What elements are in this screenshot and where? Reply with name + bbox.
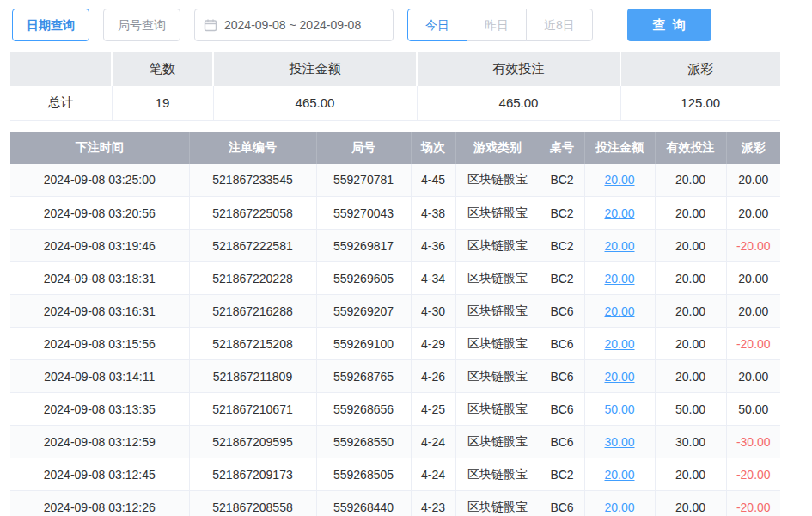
bet-time-cell: 2024-09-08 03:20:56 (10, 197, 189, 230)
bet-id-cell: 521867211809 (189, 360, 316, 393)
payout-cell: 20.00 (726, 295, 780, 328)
header-game-type: 游戏类别 (455, 132, 540, 164)
session-cell: 4-34 (411, 262, 455, 295)
game-type-cell: 区块链骰宝 (455, 197, 540, 230)
valid-bet-cell: 20.00 (655, 295, 726, 328)
bet-time-cell: 2024-09-08 03:19:46 (10, 230, 189, 262)
table-no-cell: BC6 (540, 328, 584, 360)
bet-time-cell: 2024-09-08 03:13:35 (10, 393, 189, 426)
bet-amount-cell: 20.00 (584, 458, 655, 491)
table-row: 2024-09-08 03:25:00521867233545559270781… (10, 164, 780, 197)
round-query-button[interactable]: 局号查询 (103, 9, 180, 41)
session-cell: 4-24 (411, 458, 455, 491)
bet-amount-cell: 20.00 (584, 491, 655, 516)
payout-cell: 20.00 (726, 262, 780, 295)
payout-cell: -20.00 (726, 491, 780, 516)
last8days-button[interactable]: 近8日 (526, 9, 593, 41)
valid-bet-cell: 50.00 (655, 393, 726, 426)
search-button[interactable]: 查询 (627, 9, 711, 41)
bet-amount-cell: 20.00 (584, 262, 655, 295)
bet-id-cell: 521867209173 (189, 458, 316, 491)
records-body: 2024-09-08 03:25:00521867233545559270781… (10, 164, 780, 516)
table-no-cell: BC6 (540, 426, 584, 458)
summary-bet-amount-value: 465.00 (213, 86, 417, 120)
summary-table: 笔数 投注金额 有效投注 派彩 总计 19 465.00 465.00 125.… (10, 52, 780, 121)
session-cell: 4-25 (411, 393, 455, 426)
bet-time-cell: 2024-09-08 03:12:26 (10, 491, 189, 516)
summary-header-bet-amount: 投注金额 (213, 52, 417, 86)
payout-cell: -20.00 (726, 328, 780, 360)
bet-id-cell: 521867220228 (189, 262, 316, 295)
game-type-cell: 区块链骰宝 (455, 360, 540, 393)
quick-range-group: 今日 昨日 近8日 (407, 9, 593, 41)
header-bet-amount: 投注金额 (584, 132, 655, 164)
bet-amount-link[interactable]: 20.00 (604, 239, 634, 253)
session-cell: 4-38 (411, 197, 455, 230)
session-cell: 4-24 (411, 426, 455, 458)
summary-header-blank (10, 52, 112, 86)
table-no-cell: BC2 (540, 197, 584, 230)
bet-amount-link[interactable]: 20.00 (604, 173, 634, 187)
bet-amount-cell: 20.00 (584, 360, 655, 393)
records-header-row: 下注时间 注单编号 局号 场次 游戏类别 桌号 投注金额 有效投注 派彩 (10, 132, 780, 164)
bet-amount-cell: 50.00 (584, 393, 655, 426)
yesterday-button[interactable]: 昨日 (467, 9, 527, 41)
bet-amount-link[interactable]: 20.00 (604, 501, 634, 514)
summary-valid-bet-value: 465.00 (417, 86, 620, 120)
payout-cell: 20.00 (726, 197, 780, 230)
bet-amount-link[interactable]: 20.00 (604, 304, 634, 318)
bet-id-cell: 521867210671 (189, 393, 316, 426)
bet-amount-link[interactable]: 50.00 (604, 402, 634, 416)
valid-bet-cell: 30.00 (655, 426, 726, 458)
bet-time-cell: 2024-09-08 03:16:31 (10, 295, 189, 328)
table-row: 2024-09-08 03:12:45521867209173559268505… (10, 458, 780, 491)
game-type-cell: 区块链骰宝 (455, 262, 540, 295)
valid-bet-cell: 20.00 (655, 328, 726, 360)
round-no-cell: 559269605 (316, 262, 411, 295)
round-no-cell: 559268505 (316, 458, 411, 491)
game-type-cell: 区块链骰宝 (455, 295, 540, 328)
valid-bet-cell: 20.00 (655, 164, 726, 197)
session-cell: 4-23 (411, 491, 455, 516)
bet-amount-link[interactable]: 20.00 (604, 468, 634, 482)
calendar-icon (204, 18, 217, 32)
summary-header-valid-bet: 有效投注 (417, 52, 620, 86)
round-no-cell: 559269207 (316, 295, 411, 328)
bet-id-cell: 521867209595 (189, 426, 316, 458)
payout-cell: -30.00 (726, 426, 780, 458)
game-type-cell: 区块链骰宝 (455, 328, 540, 360)
date-query-button[interactable]: 日期查询 (12, 9, 89, 41)
table-row: 2024-09-08 03:16:31521867216288559269207… (10, 295, 780, 328)
table-row: 2024-09-08 03:12:59521867209595559268550… (10, 426, 780, 458)
session-cell: 4-26 (411, 360, 455, 393)
valid-bet-cell: 20.00 (655, 360, 726, 393)
toolbar: 日期查询 局号查询 2024-09-08 ~ 2024-09-08 今日 昨日 … (12, 9, 800, 41)
bet-amount-cell: 20.00 (584, 230, 655, 262)
date-range-picker[interactable]: 2024-09-08 ~ 2024-09-08 (194, 9, 394, 41)
table-no-cell: BC6 (540, 295, 584, 328)
round-no-cell: 559268656 (316, 393, 411, 426)
game-type-cell: 区块链骰宝 (455, 230, 540, 262)
valid-bet-cell: 20.00 (655, 262, 726, 295)
table-row: 2024-09-08 03:12:26521867208558559268440… (10, 491, 780, 516)
game-type-cell: 区块链骰宝 (455, 491, 540, 516)
session-cell: 4-30 (411, 295, 455, 328)
bet-time-cell: 2024-09-08 03:15:56 (10, 328, 189, 360)
summary-payout-value: 125.00 (620, 86, 780, 120)
bet-amount-link[interactable]: 20.00 (604, 206, 634, 220)
table-row: 2024-09-08 03:19:46521867222581559269817… (10, 230, 780, 262)
bet-amount-link[interactable]: 30.00 (604, 435, 634, 449)
valid-bet-cell: 20.00 (655, 197, 726, 230)
bet-time-cell: 2024-09-08 03:18:31 (10, 262, 189, 295)
table-row: 2024-09-08 03:14:11521867211809559268765… (10, 360, 780, 393)
bet-amount-link[interactable]: 20.00 (604, 337, 634, 351)
bet-amount-link[interactable]: 20.00 (604, 272, 634, 286)
today-button[interactable]: 今日 (407, 9, 467, 41)
header-payout: 派彩 (726, 132, 780, 164)
summary-header-count: 笔数 (112, 52, 213, 86)
bet-amount-link[interactable]: 20.00 (604, 370, 634, 384)
table-no-cell: BC6 (540, 491, 584, 516)
valid-bet-cell: 20.00 (655, 458, 726, 491)
valid-bet-cell: 20.00 (655, 230, 726, 262)
bet-amount-cell: 20.00 (584, 197, 655, 230)
